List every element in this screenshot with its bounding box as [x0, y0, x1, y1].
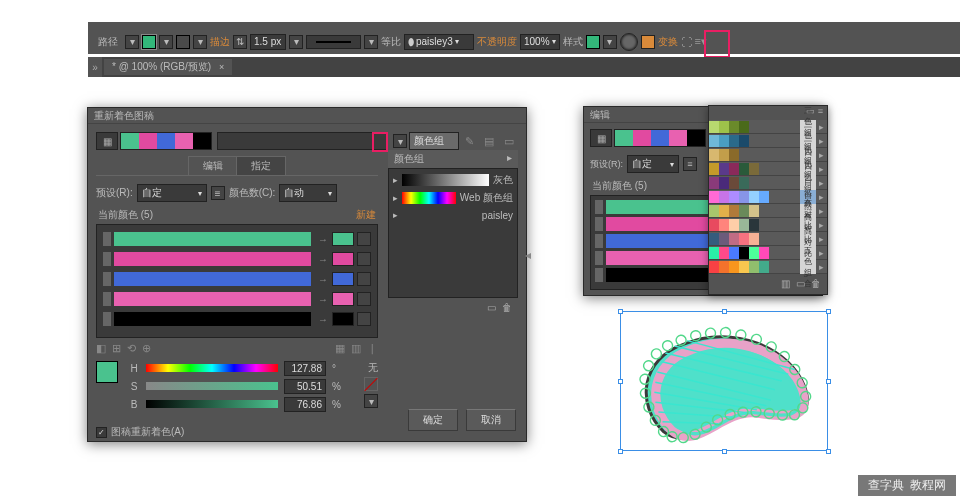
folder-icon[interactable]: ▭: [504, 135, 514, 148]
tab-assign[interactable]: 指定: [236, 156, 286, 175]
select-tool-btn[interactable]: ▾: [125, 35, 139, 49]
color-row[interactable]: →: [103, 271, 371, 287]
tool-icon[interactable]: ⊕: [142, 342, 151, 357]
brush-profile-dd[interactable]: ⬮paisley3▾: [404, 34, 474, 50]
artwork-colors-icon[interactable]: ▦: [590, 129, 612, 147]
save-disk-icon[interactable]: ▤: [484, 135, 494, 148]
new-link[interactable]: 新建: [356, 208, 376, 222]
toggle-icon[interactable]: ▸: [816, 164, 827, 174]
none-swatch[interactable]: [364, 377, 378, 391]
edit-pencil-icon[interactable]: ✎: [465, 135, 474, 148]
save-group-icon[interactable]: ▥: [781, 278, 790, 289]
folder-toggle-icon[interactable]: ▸: [393, 175, 398, 185]
dst-color[interactable]: [332, 292, 354, 306]
preset-menu-icon[interactable]: ≡: [683, 157, 697, 171]
preset-select[interactable]: 自定▾: [137, 184, 207, 202]
style-swatch[interactable]: [586, 35, 600, 49]
swatch[interactable]: [193, 133, 211, 149]
misc-icon-2[interactable]: ≡▾: [695, 35, 707, 48]
align-icon[interactable]: [641, 35, 655, 49]
picker-icon[interactable]: [357, 312, 371, 326]
src-color-bar[interactable]: [114, 312, 311, 326]
swatch[interactable]: [651, 130, 669, 146]
selection-handle[interactable]: [618, 309, 623, 314]
toggle-icon[interactable]: ▸: [816, 248, 827, 258]
toggle-icon[interactable]: ▸: [816, 262, 827, 272]
bri-slider[interactable]: [146, 400, 278, 410]
document-tab[interactable]: * @ 100% (RGB/预览) ×: [104, 59, 232, 75]
expand-handle-icon[interactable]: ◂: [525, 248, 531, 262]
group-item[interactable]: 五色组合▸: [709, 260, 827, 274]
toggle-icon[interactable]: ▸: [816, 234, 827, 244]
folder-toggle-icon[interactable]: ▸: [393, 210, 398, 220]
toggle-icon[interactable]: ▸: [816, 206, 827, 216]
paisley-swatch-row[interactable]: [402, 209, 478, 221]
artwork-colors-icon[interactable]: ▦: [96, 132, 118, 150]
new-folder-icon[interactable]: ▭: [796, 278, 805, 289]
trash-icon[interactable]: 🗑: [811, 278, 821, 289]
recolor-checkbox[interactable]: ✓: [96, 427, 107, 438]
color-row[interactable]: →: [103, 231, 371, 247]
color-row[interactable]: →: [103, 311, 371, 327]
picker-icon[interactable]: [357, 272, 371, 286]
folder-toggle-icon[interactable]: ▸: [393, 193, 398, 203]
tabbar-menu[interactable]: »: [88, 57, 102, 77]
hue-slider[interactable]: [146, 364, 278, 374]
swatch[interactable]: [139, 133, 157, 149]
picker-icon[interactable]: [357, 292, 371, 306]
row-handle[interactable]: [103, 252, 111, 266]
stroke-swatch[interactable]: [176, 35, 190, 49]
stroke-style[interactable]: [306, 35, 361, 49]
dialog-titlebar[interactable]: 重新着色图稿: [88, 108, 526, 124]
swatch[interactable]: [157, 133, 175, 149]
dst-color[interactable]: [332, 312, 354, 326]
sat-input[interactable]: [284, 379, 326, 394]
tool-icon[interactable]: ◧: [96, 342, 106, 357]
gray-swatch-row[interactable]: [402, 174, 489, 186]
selection-handle[interactable]: [722, 309, 727, 314]
src-color-bar[interactable]: [114, 232, 311, 246]
sat-slider[interactable]: [146, 382, 278, 392]
ok-button[interactable]: 确定: [408, 409, 458, 431]
web-swatch-row[interactable]: [402, 192, 456, 204]
fill-swatch[interactable]: [142, 35, 156, 49]
dst-color[interactable]: [332, 232, 354, 246]
swatch[interactable]: [615, 130, 633, 146]
bri-input[interactable]: [284, 397, 326, 412]
picker-icon[interactable]: [357, 252, 371, 266]
selection-handle[interactable]: [618, 449, 623, 454]
recolor-art-button[interactable]: [620, 33, 638, 51]
stroke-weight-input[interactable]: [250, 34, 286, 50]
picker-icon[interactable]: [357, 232, 371, 246]
toggle-icon[interactable]: ▸: [816, 220, 827, 230]
paisley-artwork[interactable]: [604, 295, 844, 475]
collapse-icon[interactable]: ▸: [507, 152, 512, 166]
stroke-dd[interactable]: ▾: [193, 35, 207, 49]
color-group-dd[interactable]: ▾: [393, 134, 407, 148]
row-handle[interactable]: [103, 292, 111, 306]
swatch[interactable]: [633, 130, 651, 146]
color-row[interactable]: →: [103, 251, 371, 267]
tool-icon[interactable]: ▥: [351, 342, 361, 357]
tab-edit[interactable]: 编辑: [188, 156, 238, 175]
style-dd[interactable]: ▾: [603, 35, 617, 49]
dst-color[interactable]: [332, 272, 354, 286]
tool-icon[interactable]: ⊞: [112, 342, 121, 357]
row-handle[interactable]: [103, 272, 111, 286]
toggle-icon[interactable]: ▸: [816, 192, 827, 202]
src-color-bar[interactable]: [114, 292, 311, 306]
preset-select[interactable]: 自定▾: [627, 155, 679, 173]
swatch[interactable]: [669, 130, 687, 146]
opacity-dd[interactable]: 100%▾: [520, 34, 560, 50]
color-row[interactable]: →: [103, 291, 371, 307]
stroke-link-icon[interactable]: ⇅: [233, 35, 247, 49]
row-handle[interactable]: [103, 312, 111, 326]
selected-swatch[interactable]: [96, 361, 118, 383]
dst-color[interactable]: [332, 252, 354, 266]
color-group-field[interactable]: 颜色组: [409, 132, 459, 150]
selection-handle[interactable]: [722, 449, 727, 454]
swatch[interactable]: [175, 133, 193, 149]
preset-menu-icon[interactable]: ≡: [211, 186, 225, 200]
row-handle[interactable]: [595, 251, 603, 265]
hue-input[interactable]: [284, 361, 326, 376]
